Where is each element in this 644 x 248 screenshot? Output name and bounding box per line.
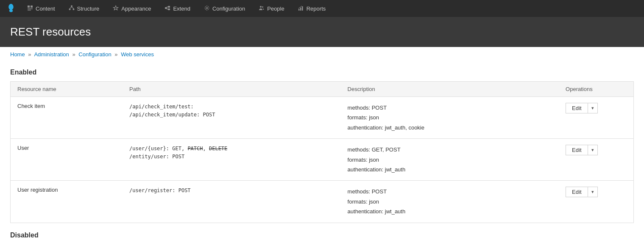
nav-structure-label: Structure: [77, 6, 100, 12]
desc-line-3: authentication: jwt_auth, cookie: [348, 123, 552, 132]
svg-rect-15: [167, 9, 168, 9]
resource-name-userreg: User registration: [11, 181, 123, 223]
structure-icon: [69, 5, 75, 12]
nav-reports-label: Reports: [307, 6, 326, 12]
resource-path-userreg: /user/register: POST: [123, 181, 341, 223]
nav-extend-label: Extend: [173, 6, 190, 12]
edit-dropdown-checkitem[interactable]: ▾: [588, 103, 598, 113]
breadcrumb-sep-3: »: [114, 51, 117, 58]
resource-ops-userreg: Edit ▾: [559, 181, 633, 223]
resource-path-user: /user/{user}: GET, PATCH, DELETE /entity…: [123, 139, 341, 181]
content-icon: [27, 5, 33, 12]
nav-content[interactable]: Content: [20, 0, 62, 17]
col-header-path: Path: [123, 82, 341, 97]
resource-path-checkitem: /api/check_item/test: /api/check_item/up…: [123, 97, 341, 139]
breadcrumb: Home » Administration » Configuration » …: [0, 47, 644, 62]
navbar: Content Structure Appearance Extend Conf…: [0, 0, 644, 17]
path-line-2: /api/check_item/update: POST: [129, 111, 334, 119]
page-header: REST resources: [0, 17, 644, 47]
appearance-icon: [113, 5, 119, 12]
people-icon: [259, 5, 265, 12]
desc-user-line-2: formats: json: [348, 155, 552, 165]
resource-name-checkitem: Check item: [11, 97, 123, 139]
svg-rect-19: [298, 9, 300, 11]
reports-icon: [298, 5, 304, 12]
svg-rect-14: [167, 6, 168, 7]
svg-rect-3: [28, 8, 33, 9]
path-user-line-1: /user/{user}: GET, PATCH, DELETE: [129, 145, 334, 153]
nav-people[interactable]: People: [252, 0, 291, 17]
edit-button-checkitem[interactable]: Edit: [566, 103, 587, 113]
nav-reports[interactable]: Reports: [291, 0, 333, 17]
svg-rect-1: [28, 6, 30, 8]
col-header-desc: Description: [341, 82, 559, 97]
svg-point-5: [71, 5, 72, 7]
configuration-icon: [204, 5, 210, 12]
svg-rect-2: [31, 6, 33, 8]
edit-btn-group-user: Edit ▾: [566, 145, 627, 155]
resource-desc-checkitem: methods: POST formats: json authenticati…: [341, 97, 559, 139]
path-userreg-line-1: /user/register: POST: [129, 187, 334, 195]
enabled-section-title: Enabled: [10, 69, 634, 76]
edit-btn-group: Edit ▾: [566, 103, 627, 113]
table-header-row: Resource name Path Description Operation…: [11, 82, 634, 97]
desc-userreg-line-3: authentication: jwt_auth: [348, 207, 552, 216]
page-title: REST resources: [10, 25, 634, 39]
nav-configuration[interactable]: Configuration: [197, 0, 252, 17]
resource-ops-user: Edit ▾: [559, 139, 633, 181]
nav-structure[interactable]: Structure: [62, 0, 106, 17]
svg-point-16: [206, 7, 208, 9]
desc-userreg-line-1: methods: POST: [348, 187, 552, 196]
svg-point-0: [10, 10, 13, 12]
edit-button-userreg[interactable]: Edit: [566, 187, 587, 197]
nav-appearance-label: Appearance: [121, 6, 151, 12]
desc-userreg-line-2: formats: json: [348, 197, 552, 207]
breadcrumb-sep-2: »: [72, 51, 75, 58]
resource-name-user: User: [11, 139, 123, 181]
brand-logo[interactable]: [3, 0, 19, 17]
breadcrumb-admin[interactable]: Administration: [34, 51, 69, 58]
disabled-section-title: Disabled: [10, 231, 634, 239]
path-user-line-2: /entity/user: POST: [129, 153, 334, 161]
edit-btn-group-userreg: Edit ▾: [566, 187, 627, 197]
svg-point-7: [72, 8, 74, 10]
edit-button-user[interactable]: Edit: [566, 145, 587, 155]
path-strikethrough-patch: PATCH: [187, 146, 203, 152]
col-header-name: Resource name: [11, 82, 123, 97]
extend-icon: [164, 5, 170, 12]
nav-items: Content Structure Appearance Extend Conf…: [20, 0, 332, 17]
svg-point-6: [69, 8, 70, 10]
table-row: User /user/{user}: GET, PATCH, DELETE /e…: [11, 139, 634, 181]
path-strikethrough-delete: DELETE: [209, 146, 227, 152]
nav-content-label: Content: [36, 6, 55, 12]
table-row: Check item /api/check_item/test: /api/ch…: [11, 97, 634, 139]
content-area: Enabled Resource name Path Description O…: [0, 62, 644, 248]
svg-rect-13: [167, 8, 168, 8]
svg-point-17: [260, 6, 262, 8]
resource-desc-userreg: methods: POST formats: json authenticati…: [341, 181, 559, 223]
nav-appearance[interactable]: Appearance: [106, 0, 158, 17]
breadcrumb-sep-1: »: [28, 51, 31, 58]
nav-extend[interactable]: Extend: [158, 0, 197, 17]
svg-rect-20: [300, 8, 301, 11]
nav-people-label: People: [267, 6, 284, 12]
edit-dropdown-user[interactable]: ▾: [588, 145, 598, 155]
desc-line-2: formats: json: [348, 113, 552, 122]
svg-rect-12: [168, 8, 170, 10]
svg-point-18: [262, 6, 263, 8]
breadcrumb-webservices[interactable]: Web services: [121, 51, 154, 58]
resource-desc-user: methods: GET, POST formats: json authent…: [341, 139, 559, 181]
svg-line-9: [72, 7, 74, 8]
breadcrumb-config[interactable]: Configuration: [78, 51, 111, 58]
col-header-ops: Operations: [559, 82, 633, 97]
svg-rect-21: [302, 6, 303, 11]
desc-user-line-3: authentication: jwt_auth: [348, 165, 552, 174]
svg-rect-11: [168, 6, 170, 8]
path-line-1: /api/check_item/test:: [129, 103, 334, 111]
breadcrumb-home[interactable]: Home: [10, 51, 25, 58]
desc-user-line-1: methods: GET, POST: [348, 145, 552, 154]
edit-dropdown-userreg[interactable]: ▾: [588, 187, 598, 197]
svg-rect-4: [28, 10, 31, 11]
svg-line-8: [70, 7, 72, 8]
nav-configuration-label: Configuration: [212, 6, 245, 12]
